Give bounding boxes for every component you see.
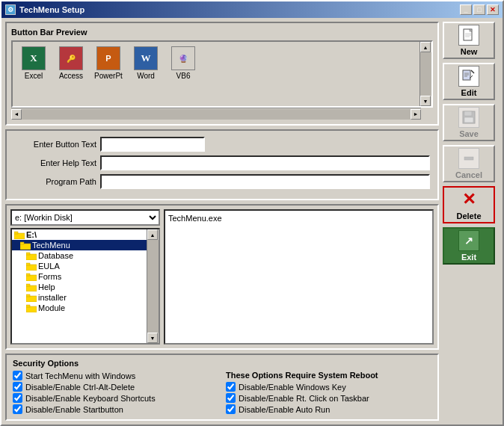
folder-scroll-track [147,240,159,333]
preview-scrollbar-h[interactable]: ◄ ► [11,108,421,120]
file-list[interactable]: TechMenu.exe [164,209,434,345]
checkbox-startbutton-input[interactable] [13,404,22,414]
svg-rect-30 [464,157,473,160]
folder-item-techmenu[interactable]: TechMenu [12,240,147,250]
checkbox-keyboard-shortcuts-input[interactable] [13,393,22,403]
scroll-right-button[interactable]: ► [411,109,421,120]
folder-icon-forms [26,273,37,281]
excel-icon: X [22,46,46,70]
checkbox-auto-run: Disable/Enable Auto Run [226,404,431,414]
folder-scrollbar[interactable]: ▲ ▼ [147,229,159,343]
excel-label: Excel [25,72,43,80]
svg-line-25 [471,70,474,73]
checkbox-keyboard-shortcuts-label: Disable/Enable Keyboard Shortcuts [25,394,156,403]
checkbox-start-techmenu-label: Start TechMenu with Windows [25,371,135,380]
security-right-col: These Options Require System Reboot Disa… [226,371,431,416]
checkbox-rt-click-input[interactable] [226,393,236,403]
scroll-track [420,52,431,96]
vb6-icon: 🔮 [171,46,195,70]
cancel-button[interactable]: Cancel [443,145,495,182]
help-text-input[interactable] [100,155,430,170]
delete-button-label: Delete [456,212,481,220]
folder-item-forms[interactable]: Forms [12,271,147,282]
checkbox-ctrl-alt-del-input[interactable] [13,382,22,392]
svg-rect-28 [464,111,472,116]
main-window: ⚙ TechMenu Setup _ □ ✕ Button Bar Previe… [0,0,504,426]
powerpt-icon: P [96,46,120,70]
folder-item-database[interactable]: Database [12,250,147,261]
excel-toolbar-button[interactable]: X Excel [16,45,52,81]
save-button-label: Save [459,129,479,138]
scroll-up-button[interactable]: ▲ [420,42,431,52]
folder-icon [14,231,25,239]
checkbox-ctrl-alt-del-label: Disable/Enable Ctrl-Alt-Delete [25,383,135,392]
folder-item-module[interactable]: Module [12,303,147,313]
vb6-toolbar-button[interactable]: 🔮 VB6 [165,45,201,81]
access-label: Access [59,72,83,80]
folder-item-eula[interactable]: EULA [12,261,147,271]
folder-item-installer[interactable]: installer [12,292,147,303]
program-path-label: Program Path [14,177,96,186]
folder-icon-help [26,283,37,291]
program-path-input[interactable] [100,174,430,189]
access-toolbar-button[interactable]: 🔑 Access [53,45,89,81]
svg-rect-9 [26,274,30,276]
folder-item-root[interactable]: E:\ [12,229,147,240]
svg-rect-7 [26,263,30,265]
minimize-button[interactable]: _ [460,4,472,15]
scroll-left-button[interactable]: ◄ [11,109,22,120]
button-text-label: Enter Button Text [14,140,96,149]
folder-scroll-down[interactable]: ▼ [147,333,158,343]
new-button-label: New [461,47,478,56]
new-button[interactable]: New [443,22,495,59]
checkbox-start-techmenu-input[interactable] [13,371,22,380]
exit-button[interactable]: ↗ Exit [443,227,495,265]
vb6-label: VB6 [176,72,191,80]
toolbar-buttons: X Excel 🔑 Access [16,45,417,81]
word-icon: W [134,46,158,70]
main-content: Button Bar Preview X Excel [1,18,503,425]
svg-rect-29 [464,117,473,123]
checkbox-keyboard-shortcuts: Disable/Enable Keyboard Shortcuts [13,393,218,403]
security-section: Security Options Start TechMenu with Win… [5,354,439,421]
scroll-h-track [22,109,411,120]
svg-rect-1 [14,232,18,234]
checkbox-startbutton-label: Disable/Enable Startbutton [25,405,123,414]
checkbox-startbutton: Disable/Enable Startbutton [13,404,218,414]
folder-item-help[interactable]: Help [12,282,147,292]
svg-rect-13 [26,294,30,297]
access-icon: 🔑 [59,46,83,70]
save-floppy-icon [462,111,476,124]
folder-scroll-up[interactable]: ▲ [147,229,158,240]
checkbox-windows-key-input[interactable] [226,382,236,392]
svg-rect-3 [20,242,24,244]
folder-icon-module [26,304,37,312]
save-button[interactable]: Save [443,104,495,141]
title-bar-left: ⚙ TechMenu Setup [5,4,84,15]
delete-button[interactable]: ✕ Delete [443,186,495,223]
title-bar: ⚙ TechMenu Setup _ □ ✕ [1,1,503,18]
folder-list[interactable]: E:\ TechMenu Database [10,228,160,345]
window-title: TechMenu Setup [19,5,84,14]
folder-icon-eula [26,262,37,271]
scroll-down-button[interactable]: ▼ [420,96,431,106]
edit-button[interactable]: Edit [443,63,495,100]
preview-label: Button Bar Preview [11,28,433,37]
checkbox-auto-run-input[interactable] [226,404,236,414]
edit-button-label: Edit [461,88,477,97]
help-text-row: Enter Help Text [14,155,430,170]
file-item-techmenu-exe[interactable]: TechMenu.exe [168,213,430,223]
button-text-row: Enter Button Text [14,137,430,152]
preview-scrollbar-v[interactable]: ▲ ▼ [420,42,431,106]
drive-panel: e: [Workin Disk] E:\ [10,209,160,345]
maximize-button[interactable]: □ [473,4,485,15]
drive-dropdown[interactable]: e: [Workin Disk] [10,209,160,226]
folder-icon-techmenu [20,241,31,250]
checkbox-windows-key: Disable/Enable Windows Key [226,382,431,392]
button-text-input[interactable] [100,137,205,152]
powerpt-label: PowerPt [94,72,123,80]
powerpt-toolbar-button[interactable]: P PowerPt [90,45,126,81]
delete-button-icon: ✕ [458,189,479,210]
word-toolbar-button[interactable]: W Word [128,45,164,81]
close-button[interactable]: ✕ [487,4,499,15]
